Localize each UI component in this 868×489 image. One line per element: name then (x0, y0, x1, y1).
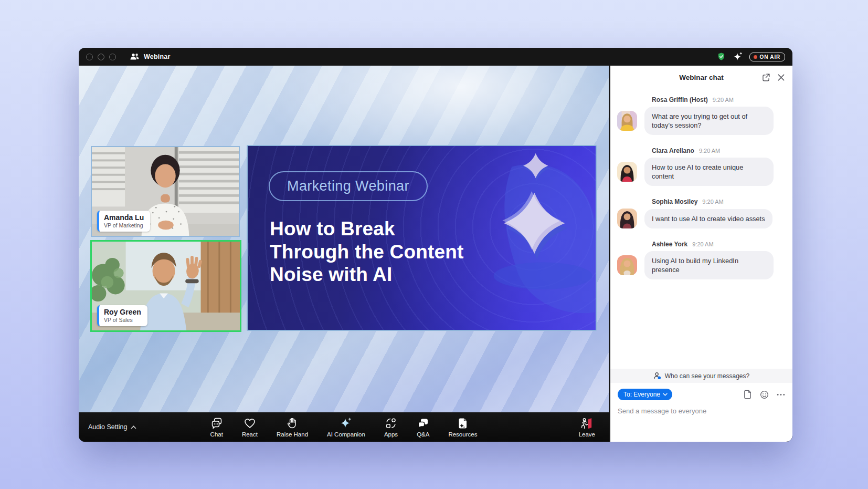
speaker-label-amanda: Amanda Lu VP of Marketing (97, 211, 150, 232)
message-bubble: Using AI to build my LinkedIn presence (644, 251, 774, 279)
on-air-label: ON AIR (760, 54, 780, 60)
privacy-notice[interactable]: Who can see your messages? (610, 369, 792, 383)
slide-title-line: Through the Content (270, 241, 464, 264)
speaker-role: VP of Marketing (104, 222, 144, 229)
toolbar-button-chat[interactable]: Chat (210, 417, 223, 438)
message-time: 9:20 AM (713, 97, 734, 103)
apps-icon (385, 417, 397, 430)
toolbar-label: Raise Hand (277, 431, 308, 438)
document-sparkle-icon (457, 417, 469, 430)
message-input[interactable] (618, 407, 785, 415)
qa-bubbles-icon (417, 417, 429, 430)
control-toolbar: Audio Setting Chat (79, 412, 609, 442)
pop-out-icon[interactable] (761, 73, 770, 82)
chat-message-list[interactable]: Rosa Griffin (Host) 9:20 AM What are you… (610, 89, 792, 369)
chevron-up-icon (131, 425, 136, 429)
webinar-window: Webinar ON AIR (79, 48, 792, 442)
toolbar-button-resources[interactable]: Resources (448, 417, 477, 438)
audio-setting-button[interactable]: Audio Setting (88, 423, 136, 431)
message-bubble: What are you trying to get out of today’… (644, 107, 774, 135)
compose-area: To: Everyone (610, 383, 792, 442)
speaker-role: VP of Sales (104, 317, 141, 324)
raised-hand-icon (286, 417, 299, 430)
slide-title-line: Noise with AI (270, 263, 464, 286)
avatar-sophia (617, 209, 637, 228)
window-control-minimize[interactable] (98, 54, 104, 60)
message-sender: Sophia Mosiley (652, 198, 697, 205)
message-sender: Rosa Griffin (Host) (652, 96, 708, 103)
toolbar-label: Q&A (417, 431, 429, 438)
toolbar-button-apps[interactable]: Apps (384, 417, 398, 438)
chat-message: Clara Arellano 9:20 AM How to use AI to … (617, 147, 784, 186)
video-tile-amanda[interactable]: Amanda Lu VP of Marketing (91, 146, 240, 237)
video-stage: Amanda Lu VP of Marketing (79, 66, 609, 412)
audio-setting-label: Audio Setting (88, 423, 127, 431)
message-sender: Ashlee York (652, 241, 687, 248)
message-bubble: How to use AI to create unique content (644, 158, 774, 186)
toolbar-label: React (242, 431, 258, 438)
desktop: { "window": { "title": "Webinar", "on_ai… (0, 0, 868, 489)
speaker-label-roy: Roy Green VP of Sales (97, 305, 147, 326)
heart-icon (244, 417, 256, 430)
toolbar-label: Apps (384, 431, 398, 438)
chat-title: Webinar chat (679, 74, 724, 81)
toolbar-button-ai-companion[interactable]: AI Companion (327, 417, 365, 438)
title-bar: Webinar ON AIR (79, 48, 792, 66)
speaker-name: Amanda Lu (104, 213, 144, 222)
window-control-zoom[interactable] (109, 54, 116, 60)
ai-companion-sparkle-icon (339, 417, 353, 430)
chat-footer: Who can see your messages? To: Everyone (610, 369, 792, 442)
toolbar-button-qa[interactable]: Q&A (417, 417, 429, 438)
message-time: 9:20 AM (692, 241, 713, 247)
toolbar-label: AI Companion (327, 431, 365, 438)
recipient-selector[interactable]: To: Everyone (618, 389, 672, 400)
ai-sparkle-icon[interactable] (733, 51, 743, 62)
slide-badge: Marketing Webinar (269, 171, 428, 201)
message-sender: Clara Arellano (652, 147, 694, 154)
leave-door-icon (580, 417, 594, 430)
window-control-close[interactable] (86, 54, 93, 60)
toolbar-label: Chat (210, 431, 223, 438)
person-blue-dot-icon (653, 372, 661, 380)
leave-button[interactable]: Leave (579, 417, 595, 438)
chat-header: Webinar chat (610, 66, 792, 89)
chat-panel: Webinar chat Rosa Griffin (Host) 9:20 A (610, 66, 792, 442)
window-controls (86, 54, 116, 60)
chat-message: Ashlee York 9:20 AM Using AI to build my… (617, 241, 784, 279)
participants-group-icon (130, 53, 140, 61)
slide-title: How to Break Through the Content Noise w… (270, 217, 464, 286)
chat-message: Rosa Griffin (Host) 9:20 AM What are you… (617, 96, 784, 135)
presentation-slide: Marketing Webinar How to Break Through t… (247, 145, 597, 331)
avatar-ashlee (617, 255, 637, 275)
toolbar-button-react[interactable]: React (242, 417, 258, 438)
avatar-rosa (617, 111, 637, 131)
on-air-dot (754, 55, 757, 59)
on-air-badge: ON AIR (749, 53, 785, 61)
video-tile-roy[interactable]: Roy Green VP of Sales (90, 240, 241, 332)
more-options-icon[interactable] (777, 393, 785, 396)
message-bubble: I want to use AI to create video assets (644, 209, 772, 228)
chat-bubble-icon (210, 417, 223, 430)
speaker-name: Roy Green (104, 308, 141, 317)
recipient-label: To: Everyone (623, 391, 660, 398)
avatar-clara (617, 162, 637, 182)
slide-3d-shapes (449, 146, 596, 330)
message-time: 9:20 AM (702, 199, 723, 205)
toolbar-label: Resources (448, 431, 477, 438)
emoji-icon[interactable] (760, 390, 769, 399)
app-title: Webinar (130, 53, 171, 61)
leave-label: Leave (579, 431, 595, 438)
window-title: Webinar (144, 53, 171, 60)
security-shield-icon[interactable] (716, 51, 726, 62)
close-icon[interactable] (777, 74, 785, 81)
privacy-notice-text: Who can see your messages? (665, 372, 749, 380)
toolbar-button-raise-hand[interactable]: Raise Hand (277, 417, 308, 438)
file-icon[interactable] (744, 390, 752, 399)
message-time: 9:20 AM (699, 148, 720, 154)
chevron-down-icon (663, 393, 668, 396)
chat-message: Sophia Mosiley 9:20 AM I want to use AI … (617, 198, 784, 228)
slide-title-line: How to Break (270, 217, 464, 241)
